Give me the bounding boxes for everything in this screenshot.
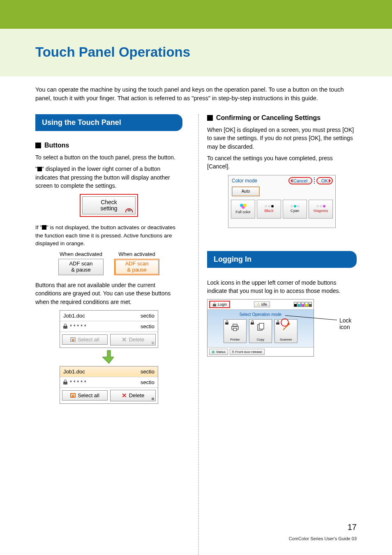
confirm-p2: To cancel the settings you have complete… — [207, 154, 357, 171]
cyan-icon — [291, 205, 300, 207]
job-list-grayed: Job1.doc sectio * * * * * sectio Se — [60, 310, 158, 348]
check-setting-button[interactable]: Check setting — [82, 196, 136, 214]
intro-text: You can operate the machine by using the… — [35, 85, 357, 103]
left-column: Using the Touch Panel Buttons To select … — [35, 114, 195, 410]
lock-icon — [251, 320, 254, 325]
buttons-heading: Buttons — [35, 142, 182, 149]
full-color-button[interactable]: Full color — [231, 200, 255, 219]
magenta-icon — [316, 205, 325, 207]
lock-icon — [63, 380, 67, 385]
submenu-indicator-icon — [37, 167, 42, 171]
lock-icon — [213, 302, 216, 306]
select-all-button[interactable]: Select all — [62, 334, 108, 345]
buttons-p4: Buttons that are not available under the… — [35, 281, 182, 306]
buttons-p3: If "" is not displayed, the button activ… — [35, 223, 182, 248]
using-touch-panel-banner: Using the Touch Panel — [35, 114, 182, 131]
title-band: Touch Panel Operations — [0, 29, 392, 76]
status-icon: ▦ — [212, 350, 215, 354]
lock-icon — [63, 324, 67, 329]
cancel-button[interactable]: Cancel — [288, 177, 312, 184]
status-button[interactable]: ▦ Status — [209, 349, 228, 355]
right-column: Confirming or Canceling Settings When [O… — [203, 114, 357, 410]
confirm-cancel-heading-text: Confirming or Canceling Settings — [216, 114, 321, 122]
lock-icon — [225, 320, 228, 325]
adf-scan-pause-button-active[interactable]: ADF scan & pause — [114, 259, 159, 275]
square-bullet-icon — [207, 115, 213, 121]
select-all-button[interactable]: Select all — [62, 390, 108, 401]
select-all-icon — [70, 393, 76, 398]
activated-label: When activated — [114, 251, 159, 257]
logging-in-banner: Logging In — [207, 251, 357, 268]
adf-scan-pause-button[interactable]: ADF scan & pause — [58, 259, 104, 275]
cyan-button[interactable]: Cyan — [283, 200, 307, 219]
toggle-illustration: When deactivated ADF scan & pause When a… — [35, 251, 182, 275]
lock-icon-label: Lock icon — [339, 317, 357, 330]
job-row-locked[interactable]: * * * * * sectio — [60, 377, 158, 388]
deactivated-label: When deactivated — [58, 251, 104, 257]
black-button[interactable]: Black — [257, 200, 281, 219]
auto-button[interactable]: Auto — [232, 187, 260, 196]
confirm-p1: When [OK] is displayed on a screen, you … — [207, 126, 357, 151]
down-arrow-icon — [102, 350, 115, 364]
footer-text: ComColor Series User's Guide 03 — [289, 536, 357, 541]
color-mode-dialog: Color mode Cancel OK Auto — [228, 175, 336, 228]
copy-mode-button[interactable]: Copy — [249, 319, 272, 343]
confirm-cancel-heading: Confirming or Canceling Settings — [207, 114, 357, 122]
printer-icon — [229, 321, 241, 333]
ok-button[interactable]: OK — [316, 177, 333, 184]
job-row-selected[interactable]: Job1.doc sectio — [60, 366, 158, 377]
page-title: Touch Panel Operations — [35, 44, 392, 60]
door-icon: ⎘ — [232, 350, 234, 354]
delete-button[interactable]: ✕ Delete — [110, 334, 156, 345]
select-all-icon — [70, 337, 76, 342]
page-number: 17 — [348, 523, 357, 532]
copy-icon — [255, 321, 266, 333]
buttons-p1: To select a button on the touch panel, p… — [35, 153, 182, 161]
delete-x-icon: ✕ — [122, 392, 127, 399]
svg-rect-2 — [233, 328, 237, 331]
square-bullet-icon — [35, 143, 41, 148]
logging-in-p: Lock icons in the upper left corner of m… — [207, 279, 357, 295]
printer-mode-button[interactable]: Printer — [224, 319, 247, 343]
front-door-release-button[interactable]: ⎘ Front door release — [230, 349, 265, 355]
job-row[interactable]: Job1.doc sectio — [60, 311, 158, 321]
mode-selection-panel: Login ⚠ Idle Select Operation mode — [207, 299, 314, 357]
idle-indicator: ⚠ Idle — [254, 302, 270, 307]
lock-icon — [276, 320, 279, 325]
check-setting-illustration: Check setting — [80, 194, 138, 217]
delete-x-icon: ✕ — [122, 336, 127, 343]
full-color-icon — [240, 204, 247, 209]
ink-levels-icon — [294, 302, 312, 307]
svg-rect-4 — [259, 323, 264, 329]
color-mode-title: Color mode — [232, 178, 257, 184]
submenu-corner-icon — [125, 208, 133, 212]
warning-icon: ⚠ — [257, 302, 260, 306]
buttons-p2: "" displayed in the lower right corner o… — [35, 165, 182, 190]
scanner-mode-button[interactable]: Scanner — [274, 319, 297, 343]
column-divider — [195, 114, 203, 410]
magenta-button[interactable]: Magenta — [309, 200, 333, 219]
header-band — [0, 0, 392, 29]
black-icon — [265, 205, 274, 207]
login-button[interactable]: Login — [209, 301, 230, 308]
job-row-locked[interactable]: * * * * * sectio — [60, 321, 158, 332]
buttons-heading-text: Buttons — [44, 142, 69, 149]
delete-button[interactable]: ✕ Delete — [110, 390, 156, 401]
submenu-indicator-icon — [42, 225, 46, 230]
job-list-enabled: Job1.doc sectio * * * * * sectio Se — [60, 366, 158, 404]
callout-circle-icon — [281, 318, 289, 327]
select-mode-caption: Select Operation mode — [208, 312, 314, 317]
